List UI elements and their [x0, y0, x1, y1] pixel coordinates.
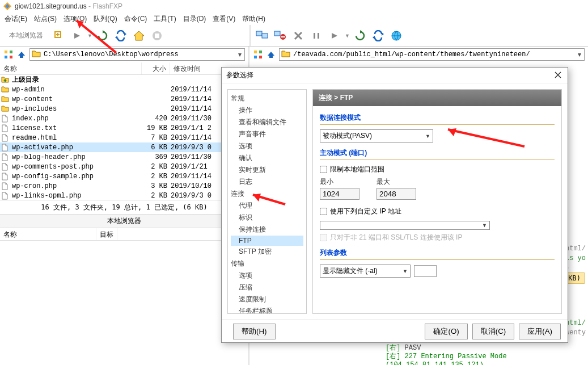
col-queue-name[interactable]: 名称 — [0, 228, 96, 240]
file-size: 369 — [142, 153, 171, 161]
tree-item[interactable]: 日志 — [231, 176, 303, 188]
remote-pc-icon[interactable] — [254, 28, 270, 44]
refresh-remote-button[interactable] — [352, 28, 368, 44]
list-mode-select[interactable]: 显示隐藏文件 (-al)▼ — [320, 265, 411, 278]
tree-icon[interactable] — [3, 49, 14, 60]
folder-icon — [1, 86, 10, 94]
menu-queue[interactable]: 队列(Q) — [94, 14, 117, 24]
menu-session[interactable]: 会话(E) — [5, 14, 27, 24]
home-button[interactable] — [131, 28, 147, 44]
col-size[interactable]: 大小 — [142, 62, 170, 74]
tree-item[interactable]: 标识 — [231, 212, 303, 224]
svg-marker-19 — [373, 36, 375, 39]
file-name: wp-cron.php — [12, 182, 142, 190]
limit-local-checkbox[interactable]: 限制本地端口范围 — [320, 165, 555, 174]
file-row[interactable]: wp-cron.php3 KB2019/10/10 — [0, 181, 248, 191]
file-row[interactable]: wp-blog-header.php3692019/11/30 — [0, 152, 248, 162]
tree-item[interactable]: 声音事件 — [231, 128, 303, 140]
settings-tree[interactable]: 常规操作查看和编辑文件声音事件选项确认实时更新日志连接代理标识保持连接FTPSF… — [227, 89, 307, 314]
col-queue-target[interactable]: 目标 — [96, 228, 117, 240]
menu-options[interactable]: 选项(O) — [64, 14, 87, 24]
file-size: 6 KB — [142, 144, 171, 152]
tree-item[interactable]: 选项 — [231, 140, 303, 152]
file-row[interactable]: wp-links-opml.php2 KB2019/9/3 0 — [0, 191, 248, 200]
list-extra-input[interactable] — [414, 265, 437, 277]
file-row[interactable]: wp-comments-post.php2 KB2019/1/21 — [0, 162, 248, 171]
tree-category[interactable]: 连接 — [231, 188, 303, 200]
menu-view[interactable]: 查看(V) — [213, 14, 235, 24]
col-name[interactable]: 名称 — [0, 62, 142, 74]
updir-row[interactable]: 上级目录 — [0, 75, 248, 85]
file-row[interactable]: wp-content2019/11/14 — [0, 94, 248, 104]
file-row[interactable]: wp-includes2019/11/14 — [0, 104, 248, 114]
file-row[interactable]: wp-admin2019/11/14 — [0, 85, 248, 94]
x-button[interactable] — [290, 28, 306, 44]
custom-ip-select[interactable]: ▼ — [320, 221, 490, 230]
dialog-title: 参数选择 — [226, 70, 253, 80]
tree-item[interactable]: FTP — [231, 236, 303, 246]
path-dropdown-icon[interactable]: ▾ — [235, 51, 244, 58]
tree-item[interactable]: 保持连接 — [231, 224, 303, 236]
tree-item[interactable]: 实时更新 — [231, 164, 303, 176]
menu-tools[interactable]: 工具(T) — [154, 14, 176, 24]
menu-directory[interactable]: 目录(D) — [183, 14, 206, 24]
svg-rect-13 — [281, 36, 285, 37]
ok-button[interactable]: 确定(O) — [425, 324, 467, 339]
path-dropdown-remote-icon[interactable]: ▾ — [575, 51, 584, 58]
tree-item[interactable]: SFTP 加密 — [231, 246, 303, 258]
globe-button[interactable] — [388, 28, 404, 44]
tree-item[interactable]: 操作 — [231, 104, 303, 116]
svg-rect-23 — [5, 56, 7, 58]
close-icon[interactable] — [554, 71, 563, 80]
window-title: giow1021.siteground.us - FlashFXP — [15, 2, 122, 10]
file-row[interactable]: readme.html7 KB2019/11/14 — [0, 133, 248, 142]
menu-sites[interactable]: 站点(S) — [34, 14, 57, 24]
file-row[interactable]: index.php4202019/11/30 — [0, 114, 248, 123]
file-row[interactable]: wp-activate.php6 KB2019/9/3 0 — [0, 142, 248, 152]
pause-button[interactable] — [308, 28, 324, 44]
disconnect-button[interactable] — [272, 28, 288, 44]
tree-item[interactable]: 查看和编辑文件 — [231, 116, 303, 128]
folder-remote-icon — [281, 49, 291, 60]
abort-button[interactable] — [149, 28, 165, 44]
apply-button[interactable]: 应用(A) — [519, 324, 561, 339]
tree-item[interactable]: 代理 — [231, 200, 303, 212]
menu-help[interactable]: 帮助(H) — [242, 14, 265, 24]
up-icon[interactable] — [16, 49, 27, 60]
file-name: wp-includes — [12, 105, 142, 113]
use-custom-ip-checkbox[interactable]: 使用下列自定义 IP 地址 — [320, 207, 555, 216]
play-remote-button[interactable] — [327, 28, 342, 44]
file-name: wp-comments-post.php — [12, 163, 142, 171]
svg-rect-11 — [274, 31, 280, 36]
menu-commands[interactable]: 命令(C) — [124, 14, 147, 24]
file-size: 2 KB — [142, 163, 171, 171]
local-path-input[interactable] — [44, 51, 235, 58]
refresh-left-button[interactable] — [95, 28, 111, 44]
remote-path-input[interactable] — [293, 51, 575, 58]
tree-category[interactable]: 常规 — [231, 93, 303, 104]
app-icon — [3, 2, 12, 11]
tree-item[interactable]: 选项 — [231, 270, 303, 282]
file-header: 名称 大小 修改时间 — [0, 62, 248, 75]
only-non21-checkbox: 只对于非 21 端口和 SSL/TLS 连接使用该 IP — [320, 233, 555, 242]
tree-item[interactable]: 任务栏标题 — [231, 305, 303, 314]
file-list[interactable]: 上级目录wp-admin2019/11/14wp-content2019/11/… — [0, 75, 248, 200]
file-row[interactable]: license.txt19 KB2019/1/1 2 — [0, 123, 248, 133]
cancel-button[interactable]: 取消(C) — [472, 324, 515, 339]
data-mode-select[interactable]: 被动模式(PASV)▼ — [320, 129, 433, 142]
file-row[interactable]: wp-config-sample.php2 KB2019/11/14 — [0, 171, 248, 181]
tree-item[interactable]: 压缩 — [231, 282, 303, 293]
refresh-both-button[interactable] — [113, 28, 129, 44]
svg-marker-30 — [268, 52, 274, 58]
help-button[interactable]: 帮助(H) — [233, 324, 276, 339]
tree-category[interactable]: 传输 — [231, 258, 303, 270]
play-button[interactable] — [69, 28, 85, 44]
sync-remote-button[interactable] — [370, 28, 386, 44]
up-remote-icon[interactable] — [266, 49, 276, 60]
min-port-input[interactable] — [320, 188, 359, 200]
tree-item[interactable]: 确认 — [231, 152, 303, 164]
tree-remote-icon[interactable] — [253, 49, 263, 60]
max-port-input[interactable] — [377, 188, 416, 200]
tree-item[interactable]: 速度限制 — [231, 293, 303, 305]
connect-dropdown-button[interactable] — [51, 28, 67, 44]
